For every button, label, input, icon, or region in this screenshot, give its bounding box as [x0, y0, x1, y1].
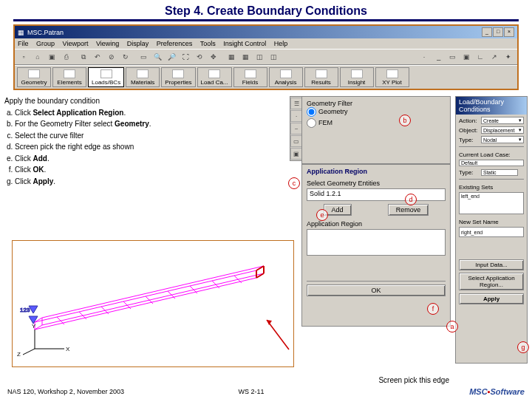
type2-value: Static: [481, 169, 518, 176]
tab-loads-bcs[interactable]: Loads/BCs: [88, 67, 124, 87]
step-e: Click Add.: [15, 154, 174, 164]
menu-tools[interactable]: Tools: [200, 40, 216, 47]
window-icon[interactable]: ▭: [137, 50, 150, 64]
pan-icon[interactable]: ✥: [207, 50, 220, 64]
app-region-list-label: Application Region: [307, 220, 446, 228]
tab-properties[interactable]: Properties: [161, 67, 195, 87]
tab-fields[interactable]: Fields: [233, 67, 267, 87]
select-application-region-button[interactable]: Select Application Region...: [459, 273, 524, 290]
action-dropdown[interactable]: Create▾: [481, 117, 524, 124]
toolbar-1: ▫ ⌂ ▣ ⎙ ⧉ ↶ ⊘ ↻ ▭ 🔍 🔎 ⛶ ⟲ ✥ ▦ ▦ ◫ ◫ · ⎯ …: [15, 49, 517, 65]
refresh-icon[interactable]: ↻: [119, 50, 132, 64]
geom-filter-geometry[interactable]: [307, 107, 316, 117]
ok-button[interactable]: OK: [307, 284, 446, 296]
menu-viewing[interactable]: Viewing: [96, 40, 119, 47]
fit-icon[interactable]: ⛶: [179, 50, 192, 64]
menubar: File Group Viewport Viewing Display Pref…: [15, 38, 517, 49]
apply-button[interactable]: Apply: [459, 293, 524, 304]
setname-input[interactable]: right_end: [459, 227, 524, 237]
tab-elements[interactable]: Elements: [52, 67, 86, 87]
print-icon[interactable]: ⎙: [59, 50, 72, 64]
svg-text:X: X: [66, 346, 70, 352]
svg-line-2: [42, 266, 264, 318]
surface-filter-icon[interactable]: ▭: [446, 50, 459, 64]
menu-insight[interactable]: Insight Control: [223, 40, 266, 47]
svg-marker-21: [29, 306, 38, 313]
tab-xyplot[interactable]: XY Plot: [375, 67, 409, 87]
menu-group[interactable]: Group: [36, 40, 55, 47]
tab-geometry[interactable]: Geometry: [17, 67, 51, 87]
tab-loadcase[interactable]: Load Ca...: [197, 67, 232, 87]
menu-viewport[interactable]: Viewport: [63, 40, 89, 47]
footer-center: WS 2-11: [155, 388, 347, 395]
menu-preferences[interactable]: Preferences: [157, 40, 193, 47]
undo-icon[interactable]: ↶: [91, 50, 104, 64]
point-filter-icon[interactable]: ·: [417, 50, 431, 64]
input-data-button[interactable]: Input Data...: [459, 259, 524, 270]
minimize-button[interactable]: _: [482, 27, 492, 37]
tab-insight[interactable]: Insight: [340, 67, 374, 87]
view-iso2-icon[interactable]: ◫: [267, 50, 280, 64]
existing-sets-list[interactable]: left_end: [459, 192, 524, 214]
svg-line-3: [42, 273, 264, 325]
abort-icon[interactable]: ⊘: [105, 50, 118, 64]
pick-curve-icon[interactable]: ~: [290, 123, 302, 134]
copy-icon[interactable]: ⧉: [77, 50, 90, 64]
curve-filter-icon[interactable]: ⎯: [432, 50, 445, 64]
geom-filter-label: Geometry Filter: [307, 100, 446, 107]
close-button[interactable]: ×: [504, 27, 514, 37]
pick-solid-icon[interactable]: ▣: [290, 148, 302, 160]
new-icon[interactable]: ▫: [17, 50, 30, 64]
type2-label: Type:: [459, 169, 480, 176]
menu-file[interactable]: File: [18, 40, 29, 47]
zoom-out-icon[interactable]: 🔎: [165, 50, 178, 64]
step-b: For the Geometry Filter select Geometry.: [15, 119, 174, 129]
marker-c: c: [288, 177, 300, 189]
type-label: Type:: [459, 137, 480, 143]
object-dropdown[interactable]: Displacement▾: [481, 126, 524, 134]
tab-materials[interactable]: Materials: [126, 67, 160, 87]
geom-filter-fem[interactable]: [307, 118, 316, 128]
app-region-header: Application Region: [307, 168, 446, 175]
marker-f: f: [427, 303, 439, 315]
vector-filter-icon[interactable]: ↗: [488, 50, 501, 64]
pick-arrow-icon: [263, 316, 293, 353]
app-region-listbox[interactable]: [307, 229, 446, 256]
model-viewport[interactable]: 123 X Y Z: [12, 240, 294, 367]
zoom-in-icon[interactable]: 🔍: [151, 50, 164, 64]
svg-line-1: [35, 278, 256, 330]
main-toolbar: Geometry Elements Loads/BCs Materials Pr…: [15, 65, 517, 89]
menu-display[interactable]: Display: [127, 40, 149, 47]
type-dropdown[interactable]: Nodal▾: [481, 136, 524, 143]
svg-marker-35: [267, 320, 272, 325]
slide-title: Step 4. Create Boundary Conditions: [13, 0, 519, 21]
marker-g: g: [517, 341, 529, 353]
wand-icon[interactable]: ✦: [502, 50, 515, 64]
app-title: MSC.Patran: [27, 29, 64, 36]
axis-triad: X Y Z: [27, 327, 72, 358]
pick-any-icon[interactable]: ☰: [290, 98, 302, 109]
current-loadcase-field[interactable]: Default: [459, 160, 524, 166]
existing-sets-label: Existing Sets: [459, 184, 524, 191]
solid-filter-icon[interactable]: ▣: [460, 50, 473, 64]
view-iso-icon[interactable]: ◫: [253, 50, 266, 64]
pick-surface-icon[interactable]: ▭: [290, 135, 302, 147]
open-icon[interactable]: ⌂: [31, 50, 44, 64]
app-window: ▦ MSC.Patran _ □ × File Group Viewport V…: [13, 24, 519, 90]
tab-results[interactable]: Results: [304, 67, 338, 87]
pick-point-icon[interactable]: ·: [290, 110, 302, 122]
menu-help[interactable]: Help: [274, 40, 288, 47]
action-label: Action:: [459, 117, 480, 124]
remove-button[interactable]: Remove: [388, 204, 429, 216]
rotate-icon[interactable]: ⟲: [193, 50, 206, 64]
step-g: Click Apply.: [15, 177, 174, 187]
view-yz-icon[interactable]: ▦: [239, 50, 252, 64]
instruction-lead: Apply the boundary condition: [4, 96, 174, 106]
save-icon[interactable]: ▣: [45, 50, 58, 64]
tab-analysis[interactable]: Analysis: [269, 67, 303, 87]
svg-line-34: [267, 320, 289, 349]
coord-filter-icon[interactable]: ∟: [474, 50, 487, 64]
maximize-button[interactable]: □: [493, 27, 503, 37]
view-xy-icon[interactable]: ▦: [225, 50, 238, 64]
select-entities-input[interactable]: Solid 1.2.1: [307, 188, 446, 201]
